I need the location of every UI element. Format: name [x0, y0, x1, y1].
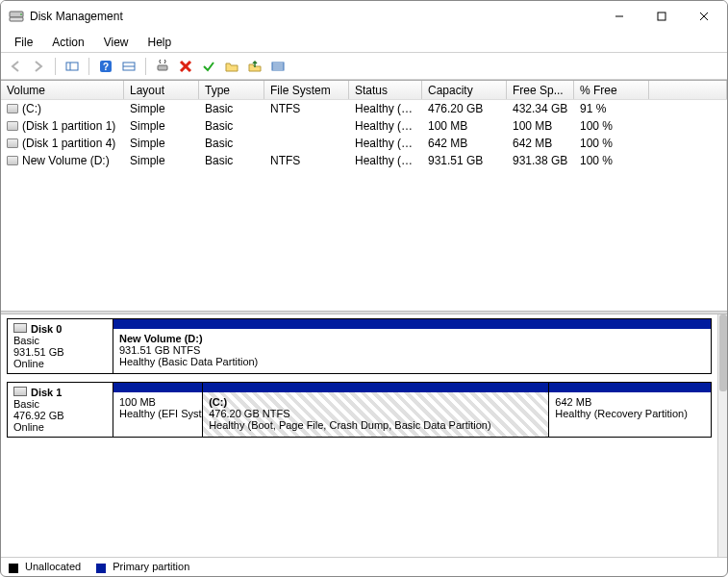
disk-drive-icon	[13, 387, 27, 396]
partition-status: Healthy (Boot, Page File, Crash Dump, Ba…	[209, 419, 542, 431]
partition-size: 476.20 GB NTFS	[209, 408, 542, 419]
vol-name: (C:)	[22, 102, 41, 115]
properties-icon[interactable]	[118, 56, 139, 77]
partition-title: (C:)	[209, 396, 542, 408]
disk[interactable]: Disk 0Basic931.51 GBOnlineNew Volume (D:…	[7, 318, 712, 374]
partition[interactable]: (C:)476.20 GB NTFSHealthy (Boot, Page Fi…	[203, 392, 549, 437]
disk-list: Disk 0Basic931.51 GBOnlineNew Volume (D:…	[1, 314, 717, 557]
disk-panel: Disk 0Basic931.51 GBOnlineNew Volume (D:…	[1, 314, 727, 557]
toolbar-separator	[88, 58, 89, 75]
svg-rect-7	[66, 63, 78, 70]
cell-pct-free: 100 %	[574, 136, 649, 151]
cell-type: Basic	[199, 101, 264, 116]
app-icon	[9, 9, 24, 24]
svg-text:?: ?	[103, 62, 109, 72]
col-extra[interactable]	[649, 81, 727, 99]
cell-fs	[264, 142, 349, 144]
col-layout[interactable]: Layout	[124, 81, 199, 99]
disk-meta[interactable]: Disk 1Basic476.92 GBOnline	[8, 383, 113, 437]
partition[interactable]: 642 MBHealthy (Recovery Partition)	[549, 392, 711, 437]
svg-rect-4	[658, 13, 665, 20]
col-status[interactable]: Status	[349, 81, 422, 99]
disk-type: Basic	[13, 335, 107, 346]
refresh-icon[interactable]	[152, 56, 173, 77]
col-free[interactable]: Free Sp...	[507, 81, 574, 99]
partition-strip	[203, 383, 549, 392]
menu-file[interactable]: File	[5, 34, 42, 51]
cell-type: Basic	[199, 153, 264, 168]
partition[interactable]: 100 MBHealthy (EFI System Partition)	[113, 392, 203, 437]
cell-free: 931.38 GB	[507, 153, 574, 168]
disk-partitions: 100 MBHealthy (EFI System Partition)(C:)…	[113, 383, 711, 437]
cell-volume: (Disk 1 partition 4)	[1, 136, 124, 151]
cell-layout: Simple	[124, 118, 199, 134]
legend-unallocated-label: Unallocated	[25, 561, 81, 572]
cell-capacity: 642 MB	[422, 136, 507, 151]
delete-icon[interactable]	[175, 56, 196, 77]
folder-up-icon[interactable]	[244, 56, 265, 77]
partition-strip	[549, 383, 711, 392]
cell-capacity: 476.20 GB	[422, 101, 507, 116]
cell-status: Healthy (B...	[349, 101, 422, 116]
partition-status: Healthy (Recovery Partition)	[555, 408, 705, 419]
vol-name: New Volume (D:)	[22, 154, 110, 167]
menu-help[interactable]: Help	[138, 34, 182, 51]
cell-pct-free: 100 %	[574, 118, 649, 134]
svg-point-2	[20, 13, 22, 15]
partition-size: 100 MB	[119, 396, 196, 408]
col-pct-free[interactable]: % Free	[574, 81, 649, 99]
cell-capacity: 100 MB	[422, 118, 507, 134]
folder-icon[interactable]	[221, 56, 242, 77]
close-button[interactable]	[683, 2, 725, 31]
disk-state: Online	[13, 358, 107, 369]
table-row[interactable]: (Disk 1 partition 1)SimpleBasicHealthy (…	[1, 117, 727, 135]
scrollbar-thumb[interactable]	[719, 314, 727, 391]
disk-size: 931.51 GB	[13, 346, 107, 358]
partition-size: 642 MB	[555, 396, 705, 408]
cell-volume: New Volume (D:)	[1, 153, 124, 168]
disk-name: Disk 1	[31, 387, 62, 398]
svg-rect-1	[10, 17, 23, 21]
partition[interactable]: New Volume (D:)931.51 GB NTFSHealthy (Ba…	[113, 329, 711, 373]
toolbar-separator	[55, 58, 56, 75]
cell-free: 642 MB	[507, 136, 574, 151]
col-volume[interactable]: Volume	[1, 81, 124, 99]
menu-action[interactable]: Action	[42, 34, 93, 51]
disk-meta[interactable]: Disk 0Basic931.51 GBOnline	[8, 319, 113, 373]
list-icon[interactable]	[267, 56, 289, 77]
vol-name: (Disk 1 partition 1)	[22, 119, 115, 133]
back-icon[interactable]	[5, 56, 26, 77]
col-filesystem[interactable]: File System	[264, 81, 349, 99]
table-row[interactable]: New Volume (D:)SimpleBasicNTFSHealthy (B…	[1, 152, 727, 169]
legend-unallocated: Unallocated	[9, 561, 81, 572]
col-capacity[interactable]: Capacity	[422, 81, 507, 99]
window-title: Disk Management	[30, 10, 598, 23]
minimize-button[interactable]	[598, 2, 640, 31]
disk-state: Online	[13, 421, 107, 433]
show-hide-icon[interactable]	[62, 56, 83, 77]
partition-status: Healthy (EFI System Partition)	[119, 408, 196, 419]
table-row[interactable]: (Disk 1 partition 4)SimpleBasicHealthy (…	[1, 135, 727, 152]
legend-primary-label: Primary partition	[113, 561, 189, 572]
cell-status: Healthy (B...	[349, 153, 422, 168]
cell-pct-free: 91 %	[574, 101, 649, 116]
cell-status: Healthy (E...	[349, 118, 422, 134]
partition-status: Healthy (Basic Data Partition)	[119, 356, 705, 367]
forward-icon[interactable]	[28, 56, 49, 77]
scrollbar[interactable]	[717, 314, 727, 557]
swatch-black-icon	[9, 564, 18, 573]
maximize-button[interactable]	[640, 2, 683, 31]
checkmark-icon[interactable]	[198, 56, 219, 77]
cell-layout: Simple	[124, 101, 199, 116]
cell-capacity: 931.51 GB	[422, 153, 507, 168]
help-icon[interactable]: ?	[95, 56, 116, 77]
table-row[interactable]: (C:)SimpleBasicNTFSHealthy (B...476.20 G…	[1, 100, 727, 117]
menu-view[interactable]: View	[94, 34, 138, 51]
partition-strip	[113, 383, 203, 392]
disk[interactable]: Disk 1Basic476.92 GBOnline100 MBHealthy …	[7, 382, 712, 438]
disk-type: Basic	[13, 398, 107, 410]
cell-volume: (Disk 1 partition 1)	[1, 118, 124, 134]
col-type[interactable]: Type	[199, 81, 264, 99]
volume-header-row: Volume Layout Type File System Status Ca…	[1, 81, 727, 100]
legend-primary: Primary partition	[96, 561, 189, 572]
